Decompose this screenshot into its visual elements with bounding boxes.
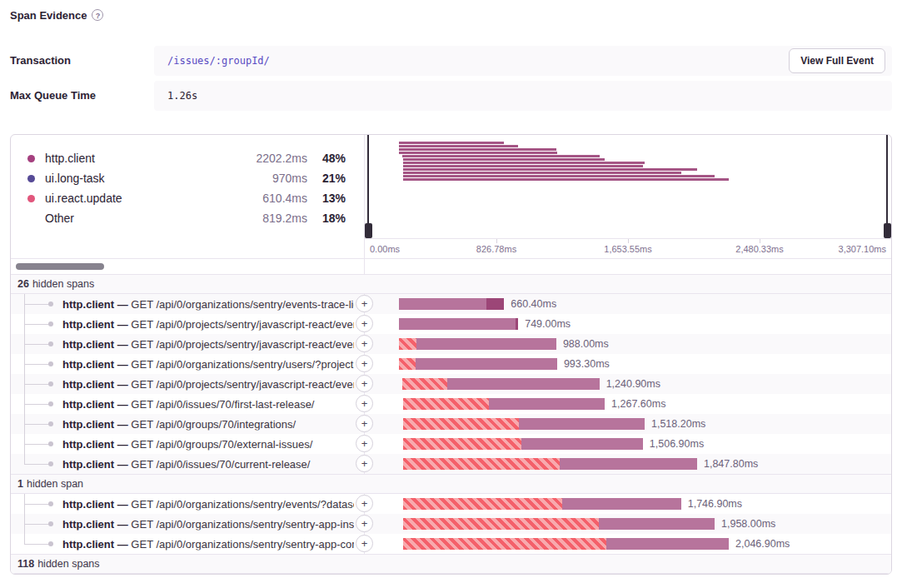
span-bar[interactable] [447,378,599,390]
span-http-description: GET /api/0/organizations/sentry/sentry-a… [131,518,354,531]
span-op-label: http.client — [62,458,131,471]
tree-connector-line [24,324,50,325]
span-row[interactable]: http.client — GET /api/0/issues/70/first… [11,394,891,414]
tree-node-dot-icon [48,521,53,526]
expand-span-button[interactable]: + [356,295,373,312]
view-full-event-button[interactable]: View Full Event [789,48,885,73]
span-description-cell: http.client — GET /api/0/groups/70/exter… [11,434,365,454]
span-row[interactable]: http.client — GET /api/0/organizations/s… [11,514,891,534]
legend-op-duration: 2202.2ms [257,152,307,165]
tree-connector-line [24,364,50,365]
handle-grip-icon [884,223,891,238]
span-row[interactable]: http.client — GET /api/0/groups/70/integ… [11,414,891,434]
span-description: http.client — GET /api/0/organizations/s… [62,358,354,371]
axis-tick-label: 2,480.33ms [735,244,783,254]
span-row[interactable]: http.client — GET /api/0/organizations/s… [11,294,891,314]
span-minimap[interactable] [365,135,891,239]
span-bar[interactable] [521,438,643,450]
expand-span-button[interactable]: + [356,355,373,372]
span-row[interactable]: http.client — GET /api/0/issues/70/curre… [11,454,891,474]
horizontal-scrollbar-track[interactable] [11,259,365,274]
span-op-label: http.client — [62,398,131,411]
legend-color-dot-icon [27,155,35,162]
expand-span-button[interactable]: + [356,435,373,452]
expand-span-button[interactable]: + [356,395,373,412]
span-row[interactable]: http.client — GET /api/0/projects/sentry… [11,374,891,394]
legend-op-name: http.client [45,152,257,165]
minimap-right-handle[interactable] [884,135,891,238]
span-bar[interactable] [416,338,556,350]
span-bar[interactable] [399,298,486,310]
span-bar[interactable] [489,398,605,410]
expand-span-button[interactable]: + [356,415,373,432]
hidden-spans-row: 118hidden spans [11,554,891,574]
span-duration-cell: 749.00ms [365,314,891,334]
span-duration-label: 1,518.20ms [651,418,705,430]
span-bar[interactable] [416,358,557,370]
span-bar[interactable] [519,418,645,430]
span-row[interactable]: http.client — GET /api/0/projects/sentry… [11,334,891,354]
span-description: http.client — GET /api/0/organizations/s… [62,298,354,311]
horizontal-scrollbar-row [11,258,891,274]
span-bar-delay-segment [403,518,600,530]
tree-node-dot-icon [48,501,53,506]
span-description-cell: http.client — GET /api/0/issues/70/first… [11,394,365,414]
expand-span-button[interactable]: + [356,535,373,552]
span-http-description: GET /api/0/groups/70/integrations/ [131,418,296,431]
axis-tick-label: 0.00ms [370,244,400,254]
span-description-cell: http.client — GET /api/0/organizations/s… [11,494,365,514]
legend-op-duration: 610.4ms [262,192,307,205]
span-duration-label: 988.00ms [563,338,609,350]
expand-span-button[interactable]: + [356,315,373,332]
max-queue-time-label: Max Queue Time [10,81,154,111]
span-bar[interactable] [599,518,715,530]
span-row[interactable]: http.client — GET /api/0/organizations/s… [11,354,891,374]
axis-tick-mark [496,239,497,243]
span-op-label: http.client — [62,358,131,371]
hidden-spans-count: 118 [17,558,34,570]
span-duration-label: 2,046.90ms [735,538,790,550]
expand-span-button[interactable]: + [356,515,373,532]
time-axis: 0.00ms826.78ms1,653.55ms2,480.33ms3,307.… [365,239,891,258]
span-duration-cell: 1,518.20ms [365,414,891,434]
tree-connector-line [24,544,50,545]
minimap-left-handle[interactable] [365,135,372,238]
expand-span-button[interactable]: + [356,495,373,512]
span-bar[interactable] [606,538,730,550]
span-description-cell: http.client — GET /api/0/groups/70/integ… [11,414,365,434]
span-row[interactable]: http.client — GET /api/0/projects/sentry… [11,314,891,334]
tree-connector-line [24,424,50,425]
tree-node-dot-icon [48,461,53,466]
span-http-description: GET /api/0/organizations/sentry/users/?p… [131,358,354,371]
span-bar[interactable] [562,498,681,510]
span-bar-delay-segment [403,498,562,510]
expand-span-button[interactable]: + [356,335,373,352]
span-op-label: http.client — [62,518,131,531]
span-row[interactable]: http.client — GET /api/0/organizations/s… [11,534,891,554]
expand-span-button[interactable]: + [356,455,373,472]
tree-connector-line [24,454,25,464]
span-evidence-section: Span Evidence ? Transaction /issues/:gro… [0,0,902,575]
span-row[interactable]: http.client — GET /api/0/groups/70/exter… [11,434,891,454]
minimap-span-bar [399,148,556,151]
span-row[interactable]: http.client — GET /api/0/organizations/s… [11,494,891,514]
help-question-icon[interactable]: ? [92,9,103,21]
scrollbar-thumb[interactable] [16,263,104,270]
span-bar[interactable] [399,318,516,330]
span-http-description: GET /api/0/groups/70/external-issues/ [131,438,312,451]
tree-connector-line [24,344,50,345]
max-queue-time-value: 1.26s [167,90,197,102]
tree-node-dot-icon [48,441,53,446]
span-bar-tail-segment [516,318,518,330]
span-http-description: GET /api/0/issues/70/current-release/ [131,458,310,471]
span-description: http.client — GET /api/0/organizations/s… [62,498,354,511]
transaction-link[interactable]: /issues/:groupId/ [167,55,270,67]
expand-span-button[interactable]: + [356,375,373,392]
span-description: http.client — GET /api/0/issues/70/curre… [62,458,354,471]
minimap-span-bar [399,142,504,144]
transaction-row: Transaction /issues/:groupId/ View Full … [10,46,892,76]
span-bar[interactable] [560,458,697,470]
span-op-label: http.client — [62,538,131,551]
scrollbar-row-spacer [365,259,891,274]
tree-node-dot-icon [48,541,53,546]
